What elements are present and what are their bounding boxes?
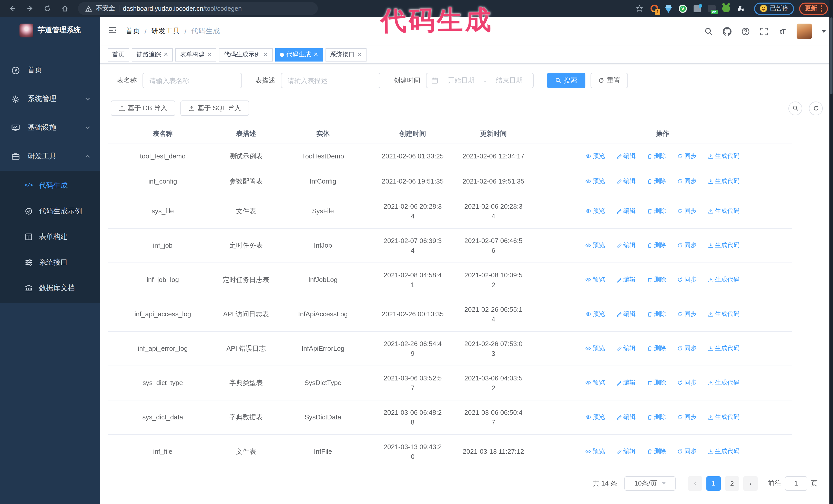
- generate-code-link[interactable]: 生成代码: [708, 378, 740, 387]
- delete-link[interactable]: 删除: [647, 240, 666, 250]
- edit-link[interactable]: 编辑: [616, 446, 636, 456]
- close-icon[interactable]: ✕: [313, 51, 318, 58]
- search-icon[interactable]: [704, 27, 713, 35]
- help-icon[interactable]: [741, 27, 750, 35]
- sidebar-item-codegen-example[interactable]: 代码生成示例: [0, 198, 100, 224]
- tab-form-builder[interactable]: 表单构建✕: [175, 48, 216, 61]
- edit-link[interactable]: 编辑: [616, 151, 636, 161]
- generate-code-link[interactable]: 生成代码: [708, 176, 740, 186]
- goto-page-input[interactable]: [785, 476, 807, 490]
- app-logo-row[interactable]: 芋道管理系统: [0, 17, 100, 44]
- toggle-search-button[interactable]: [788, 101, 802, 115]
- table-name-input[interactable]: [143, 73, 242, 88]
- github-icon[interactable]: [723, 27, 732, 35]
- table-row[interactable]: inf_job 定时任务表 InfJob 2021-02-07 06:39:3 …: [108, 228, 792, 263]
- hamburger-icon[interactable]: [100, 26, 125, 37]
- generate-code-link[interactable]: 生成代码: [708, 343, 740, 353]
- tab-codegen[interactable]: 代码生成✕: [275, 48, 323, 61]
- profile-paused-pill[interactable]: 已暂停: [754, 2, 794, 15]
- preview-link[interactable]: 预览: [586, 151, 605, 161]
- table-row[interactable]: inf_config 参数配置表 InfConfig 2021-02-06 19…: [108, 169, 792, 194]
- forward-icon[interactable]: [23, 2, 37, 15]
- extension-frog-icon[interactable]: [721, 4, 731, 13]
- table-row[interactable]: inf_file 文件表 InfFile 2021-03-13 09:43:2 …: [108, 434, 792, 469]
- sync-link[interactable]: 同步: [677, 206, 697, 216]
- sql-import-button[interactable]: 基于 SQL 导入: [181, 100, 249, 116]
- preview-link[interactable]: 预览: [586, 309, 605, 319]
- extension-gem-icon[interactable]: [664, 4, 673, 13]
- table-row[interactable]: sys_dict_type 字典类型表 SysDictType 2021-03-…: [108, 365, 792, 400]
- delete-link[interactable]: 删除: [647, 206, 666, 216]
- edit-link[interactable]: 编辑: [616, 206, 636, 216]
- sync-link[interactable]: 同步: [677, 343, 697, 353]
- reset-button[interactable]: 重置: [591, 73, 628, 88]
- date-range-picker[interactable]: 开始日期 - 结束日期: [426, 73, 533, 88]
- table-row[interactable]: sys_dict_data 字典数据表 SysDictData 2021-03-…: [108, 400, 792, 434]
- sidebar-item-codegen[interactable]: </> 代码生成: [0, 173, 100, 198]
- close-icon[interactable]: ✕: [207, 51, 212, 58]
- back-icon[interactable]: [5, 2, 20, 15]
- extension-green-check-icon[interactable]: V: [678, 4, 687, 13]
- sidebar-item-home[interactable]: 首页: [0, 56, 100, 85]
- generate-code-link[interactable]: 生成代码: [708, 446, 740, 456]
- sync-link[interactable]: 同步: [677, 446, 697, 456]
- sidebar-item-system[interactable]: 系统管理: [0, 85, 100, 113]
- generate-code-link[interactable]: 生成代码: [708, 274, 740, 284]
- preview-link[interactable]: 预览: [586, 412, 605, 422]
- page-button-2[interactable]: 2: [725, 476, 739, 490]
- edit-link[interactable]: 编辑: [616, 240, 636, 250]
- sidebar-item-form-builder[interactable]: 表单构建: [0, 224, 100, 250]
- preview-link[interactable]: 预览: [586, 378, 605, 387]
- delete-link[interactable]: 删除: [647, 309, 666, 319]
- close-icon[interactable]: ✕: [357, 51, 362, 58]
- preview-link[interactable]: 预览: [586, 176, 605, 186]
- sync-link[interactable]: 同步: [677, 274, 697, 284]
- sync-link[interactable]: 同步: [677, 240, 697, 250]
- generate-code-link[interactable]: 生成代码: [708, 206, 740, 216]
- sync-link[interactable]: 同步: [677, 412, 697, 422]
- table-row[interactable]: inf_api_access_log API 访问日志表 InfApiAcces…: [108, 297, 792, 331]
- breadcrumb-home[interactable]: 首页: [125, 27, 140, 36]
- scrollbar-thumb[interactable]: [830, 18, 832, 94]
- generate-code-link[interactable]: 生成代码: [708, 309, 740, 319]
- update-button[interactable]: 更新: [799, 2, 828, 15]
- page-button-1[interactable]: 1: [706, 476, 721, 490]
- preview-link[interactable]: 预览: [586, 240, 605, 250]
- address-bar[interactable]: 不安全 dashboard.yudao.iocoder.cn/tool/code…: [78, 2, 318, 15]
- table-desc-input[interactable]: [281, 73, 380, 88]
- bookmark-star-icon[interactable]: [632, 2, 646, 15]
- edit-link[interactable]: 编辑: [616, 412, 636, 422]
- edit-link[interactable]: 编辑: [616, 343, 636, 353]
- preview-link[interactable]: 预览: [586, 343, 605, 353]
- preview-link[interactable]: 预览: [586, 446, 605, 456]
- fullscreen-icon[interactable]: [760, 27, 768, 35]
- close-icon[interactable]: ✕: [263, 51, 268, 58]
- generate-code-link[interactable]: 生成代码: [708, 151, 740, 161]
- edit-link[interactable]: 编辑: [616, 378, 636, 387]
- page-size-select[interactable]: 10条/页: [624, 476, 675, 490]
- delete-link[interactable]: 删除: [647, 412, 666, 422]
- sidebar-item-devtools[interactable]: 研发工具: [0, 142, 100, 171]
- delete-link[interactable]: 删除: [647, 378, 666, 387]
- generate-code-link[interactable]: 生成代码: [708, 240, 740, 250]
- sync-link[interactable]: 同步: [677, 309, 697, 319]
- page-scrollbar[interactable]: [829, 0, 833, 504]
- generate-code-link[interactable]: 生成代码: [708, 412, 740, 422]
- db-import-button[interactable]: 基于 DB 导入: [111, 100, 175, 116]
- sync-link[interactable]: 同步: [677, 176, 697, 186]
- preview-link[interactable]: 预览: [586, 274, 605, 284]
- extension-switch-icon[interactable]: on: [707, 4, 716, 13]
- preview-link[interactable]: 预览: [586, 206, 605, 216]
- table-row[interactable]: tool_test_demo 测试示例表 ToolTestDemo 2021-0…: [108, 144, 792, 169]
- delete-link[interactable]: 删除: [647, 151, 666, 161]
- tab-trace[interactable]: 链路追踪✕: [132, 48, 173, 61]
- extension-grid-icon[interactable]: [693, 4, 702, 13]
- avatar[interactable]: [796, 24, 812, 39]
- sidebar-item-db-doc[interactable]: 数据库文档: [0, 275, 100, 301]
- delete-link[interactable]: 删除: [647, 176, 666, 186]
- prev-page-button[interactable]: ‹: [688, 476, 702, 490]
- font-size-icon[interactable]: tT: [778, 27, 787, 35]
- tab-home[interactable]: 首页: [108, 48, 129, 61]
- sync-link[interactable]: 同步: [677, 378, 697, 387]
- edit-link[interactable]: 编辑: [616, 176, 636, 186]
